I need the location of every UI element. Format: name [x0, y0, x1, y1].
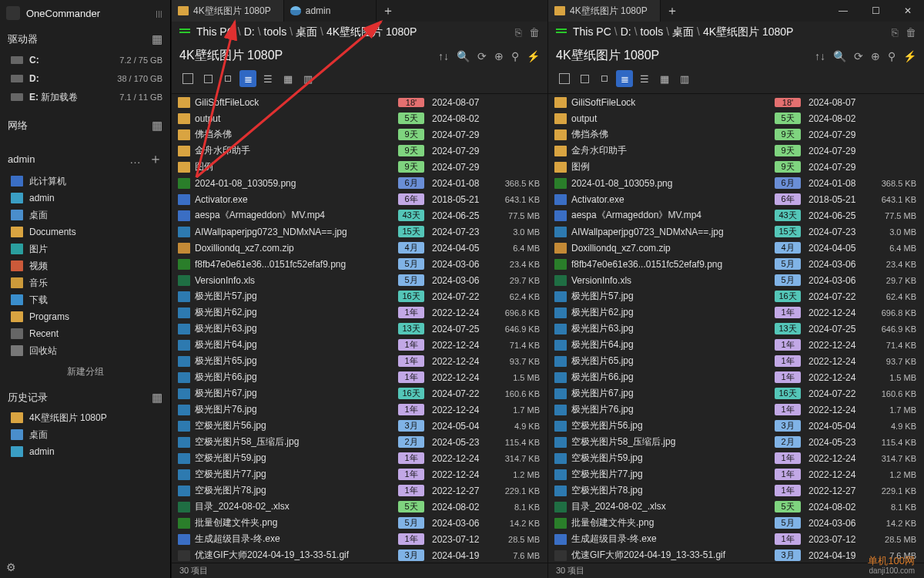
grid-icon[interactable]: ▦	[152, 391, 162, 405]
file-row[interactable]: aespa《Armageddon》MV.mp4 43天 2024-06-25 7…	[172, 207, 547, 223]
file-row[interactable]: aespa《Armageddon》MV.mp4 43天 2024-06-25 7…	[548, 207, 924, 223]
view-column-icon[interactable]: ▥	[300, 70, 316, 87]
file-row[interactable]: AIWallpaperjpg0723_NDMxNA==.jpg 15天 2024…	[172, 223, 547, 240]
view-details-icon[interactable]: ☰	[259, 70, 276, 87]
view-grid-icon[interactable]: ▦	[280, 70, 296, 87]
file-row[interactable]: 空极光图片78.jpg 1年 2022-12-27 229.1 KB	[172, 482, 547, 499]
sidebar-item[interactable]: 图片	[0, 240, 170, 257]
tab[interactable]: 4K壁纸图片 1080P	[172, 0, 284, 22]
maximize-button[interactable]: ☐	[859, 0, 892, 22]
file-row[interactable]: 极光图片63.jpg 13天 2024-07-25 646.9 KB	[548, 321, 924, 337]
file-row[interactable]: 极光图片57.jpg 16天 2024-07-22 62.4 KB	[172, 288, 547, 304]
tab[interactable]: admin	[284, 0, 377, 22]
drive-item[interactable]: D: 38 / 170 GB	[0, 69, 170, 88]
file-row[interactable]: 图例 9天 2024-07-29	[172, 159, 547, 175]
breadcrumb-path[interactable]: This PC\D:\tools\桌面\4K壁纸图片 1080P	[573, 25, 793, 39]
file-row[interactable]: 极光图片67.jpg 16天 2024-07-22 160.6 KB	[172, 385, 547, 402]
refresh-icon[interactable]: ⟳	[477, 50, 487, 62]
view-large-icon[interactable]	[179, 70, 196, 87]
view-column-icon[interactable]: ▥	[676, 70, 693, 87]
add-tab-button[interactable]: ＋	[377, 0, 400, 22]
file-row[interactable]: 极光图片66.jpg 1年 2022-12-24 1.5 MB	[172, 369, 547, 385]
new-icon[interactable]: ⊕	[494, 50, 504, 62]
columns-icon[interactable]: ⫼	[154, 8, 164, 19]
sidebar-item[interactable]: Programs	[0, 308, 170, 325]
file-row[interactable]: 生成超级目录-终.exe 1年 2023-07-12 28.5 MB	[172, 531, 547, 547]
sidebar-item[interactable]: 音乐	[0, 274, 170, 291]
file-row[interactable]: 佛挡杀佛 9天 2024-07-29	[172, 126, 547, 143]
file-row[interactable]: f8fb47e0e61e36...0151fc52efaf9.png 5月 20…	[172, 256, 547, 272]
add-icon[interactable]: ＋	[149, 150, 162, 168]
file-row[interactable]: 空极光图片56.jpg 3月 2024-05-04 4.9 KB	[172, 418, 547, 434]
file-row[interactable]: 批量创建文件夹.png 5月 2024-03-06 14.2 KB	[172, 515, 547, 531]
file-list[interactable]: GiliSoftFileLock 18' 2024-08-07 output 5…	[172, 94, 547, 563]
view-grid-icon[interactable]: ▦	[656, 70, 673, 87]
view-large-icon[interactable]	[556, 70, 573, 87]
file-row[interactable]: AIWallpaperjpg0723_NDMxNA==.jpg 15天 2024…	[548, 223, 924, 240]
file-row[interactable]: 空极光图片78.jpg 1年 2022-12-27 229.1 KB	[548, 482, 924, 499]
file-row[interactable]: 金舟水印助手 9天 2024-07-29	[172, 143, 547, 159]
file-row[interactable]: 空极光图片77.jpg 1年 2022-12-24 1.2 MB	[548, 466, 924, 482]
new-icon[interactable]: ⊕	[871, 50, 880, 62]
file-row[interactable]: 极光图片62.jpg 1年 2022-12-24 696.8 KB	[548, 304, 924, 321]
file-row[interactable]: 优速GIF大师2024-04-19_13-33-51.gif 3月 2024-0…	[172, 547, 547, 563]
file-row[interactable]: 极光图片76.jpg 1年 2022-12-24 1.7 MB	[548, 402, 924, 418]
search-icon[interactable]: 🔍	[833, 50, 846, 62]
file-row[interactable]: 生成超级目录-终.exe 1年 2023-07-12 28.5 MB	[548, 531, 924, 547]
file-row[interactable]: 极光图片64.jpg 1年 2022-12-24 71.4 KB	[172, 337, 547, 353]
view-list-icon[interactable]: ≣	[616, 70, 633, 87]
sidebar-item[interactable]: Documents	[0, 223, 170, 240]
close-button[interactable]: ✕	[892, 0, 924, 22]
hamburger-icon[interactable]	[556, 29, 567, 36]
file-row[interactable]: Activator.exe 6年 2018-05-21 643.1 KB	[548, 191, 924, 207]
file-row[interactable]: 佛挡杀佛 9天 2024-07-29	[548, 126, 924, 143]
door-icon[interactable]: ⎘	[515, 26, 521, 39]
file-row[interactable]: 空极光图片59.jpg 1年 2022-12-24 314.7 KB	[548, 450, 924, 466]
file-row[interactable]: VersionInfo.xls 5月 2024-03-06 29.7 KB	[548, 272, 924, 288]
sort-icon[interactable]: ↑↓	[815, 50, 825, 62]
history-item[interactable]: 4K壁纸图片 1080P	[0, 409, 170, 426]
file-list[interactable]: GiliSoftFileLock 18' 2024-08-07 output 5…	[548, 94, 924, 563]
file-row[interactable]: 空极光图片58_压缩后.jpg 2月 2024-05-23 115.4 KB	[548, 434, 924, 450]
trash-icon[interactable]: 🗑	[906, 26, 916, 39]
door-icon[interactable]: ⎘	[892, 26, 898, 39]
file-row[interactable]: 极光图片62.jpg 1年 2022-12-24 696.8 KB	[172, 304, 547, 321]
file-row[interactable]: 空极光图片77.jpg 1年 2022-12-24 1.2 MB	[172, 466, 547, 482]
drive-item[interactable]: E: 新加载卷 7.1 / 11 GB	[0, 88, 170, 106]
settings-icon[interactable]: ⚙	[6, 561, 16, 573]
file-row[interactable]: 图例 9天 2024-07-29	[548, 159, 924, 175]
more-icon[interactable]: …	[129, 153, 141, 166]
file-row[interactable]: output 5天 2024-08-02	[548, 110, 924, 126]
view-list-icon[interactable]: ≣	[239, 70, 256, 87]
sidebar-item[interactable]: 下载	[0, 291, 170, 308]
view-small-icon[interactable]	[219, 70, 236, 87]
view-details-icon[interactable]: ☰	[636, 70, 653, 87]
file-row[interactable]: 极光图片65.jpg 1年 2022-12-24 93.7 KB	[548, 353, 924, 369]
bolt-icon[interactable]: ⚡	[903, 50, 916, 62]
file-row[interactable]: Activator.exe 6年 2018-05-21 643.1 KB	[172, 191, 547, 207]
file-row[interactable]: Doxilliondq_xz7.com.zip 4月 2024-04-05 6.…	[548, 240, 924, 256]
file-row[interactable]: 极光图片66.jpg 1年 2022-12-24 1.5 MB	[548, 369, 924, 385]
pin-icon[interactable]: ⚲	[888, 50, 896, 62]
history-item[interactable]: 桌面	[0, 426, 170, 443]
file-row[interactable]: 极光图片64.jpg 1年 2022-12-24 71.4 KB	[548, 337, 924, 353]
grid-icon[interactable]: ▦	[152, 32, 162, 46]
file-row[interactable]: output 5天 2024-08-02	[172, 110, 547, 126]
file-row[interactable]: 目录_2024-08-02_.xlsx 5天 2024-08-02 8.1 KB	[172, 499, 547, 515]
hamburger-icon[interactable]	[179, 29, 190, 36]
file-row[interactable]: Doxilliondq_xz7.com.zip 4月 2024-04-05 6.…	[172, 240, 547, 256]
file-row[interactable]: 空极光图片56.jpg 3月 2024-05-04 4.9 KB	[548, 418, 924, 434]
file-row[interactable]: 极光图片63.jpg 13天 2024-07-25 646.9 KB	[172, 321, 547, 337]
breadcrumb[interactable]: This PC\D:\tools\桌面\4K壁纸图片 1080P ⎘ 🗑	[172, 22, 547, 45]
refresh-icon[interactable]: ⟳	[854, 50, 863, 62]
search-icon[interactable]: 🔍	[457, 50, 470, 62]
file-row[interactable]: 极光图片65.jpg 1年 2022-12-24 93.7 KB	[172, 353, 547, 369]
minimize-button[interactable]: —	[827, 0, 859, 22]
file-row[interactable]: 金舟水印助手 9天 2024-07-29	[548, 143, 924, 159]
history-item[interactable]: admin	[0, 443, 170, 460]
file-row[interactable]: 极光图片76.jpg 1年 2022-12-24 1.7 MB	[172, 402, 547, 418]
drive-item[interactable]: C: 7.2 / 75 GB	[0, 51, 170, 69]
grid-icon[interactable]: ▦	[152, 119, 162, 133]
sidebar-item[interactable]: 回收站	[0, 342, 170, 359]
file-row[interactable]: GiliSoftFileLock 18' 2024-08-07	[548, 94, 924, 110]
